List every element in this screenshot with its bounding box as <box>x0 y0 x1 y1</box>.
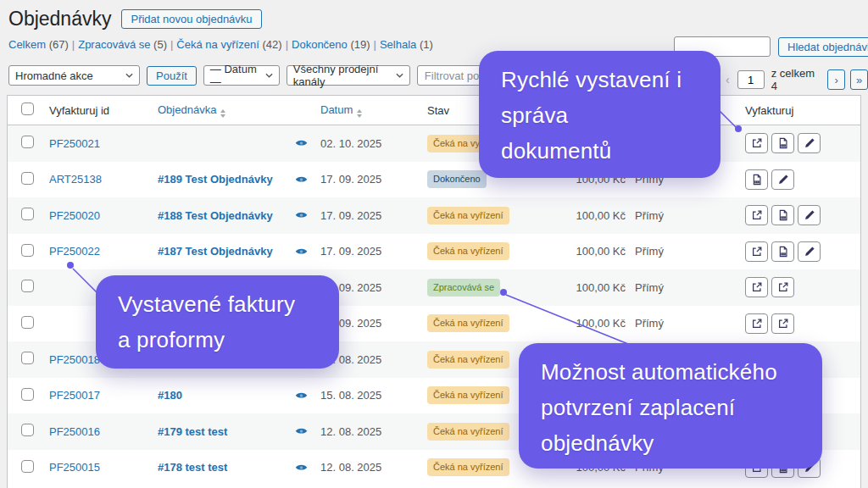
status-badge: Čeká na vyřízení <box>427 314 509 332</box>
invoice-id-link[interactable]: PF250018 <box>49 353 100 366</box>
status-filter-link[interactable]: Čeká na vyřízení (42) <box>176 38 281 51</box>
filter-separator: | <box>72 38 75 51</box>
filter-count: (5) <box>153 38 167 51</box>
pencil-icon <box>804 209 815 221</box>
status-filter-link[interactable]: Selhala (1) <box>380 38 433 51</box>
row-checkbox[interactable] <box>21 208 34 220</box>
external-icon <box>751 246 763 258</box>
page-title: Objednávky <box>8 8 111 31</box>
callout-text: objednávky <box>541 425 822 461</box>
preview-eye-icon[interactable] <box>295 463 308 472</box>
order-link[interactable]: #178 test test <box>158 461 227 474</box>
bulk-actions-label: Hromadné akce <box>15 69 93 82</box>
pencil-icon <box>804 137 815 149</box>
bulk-actions-select[interactable]: Hromadné akce <box>8 65 140 86</box>
order-origin: Přímý <box>626 281 723 294</box>
preview-eye-icon[interactable] <box>295 139 308 147</box>
apply-button[interactable]: Použít <box>147 66 197 86</box>
status-filter-link[interactable]: Dokončeno (19) <box>292 38 370 51</box>
status-filter-link[interactable]: Zpracovává se (5) <box>78 38 167 51</box>
row-checkbox[interactable] <box>21 244 34 257</box>
table-row: PF250020#188 Test Objednávky17. 09. 2025… <box>8 197 860 234</box>
pagination-total-label: z celkem 4 <box>771 67 821 92</box>
sales-channel-select[interactable]: Všechny prodejní kanály <box>287 65 410 86</box>
invoice-id-link[interactable]: PF250022 <box>49 245 100 258</box>
preview-eye-icon[interactable] <box>295 211 308 219</box>
pagination-next-button[interactable]: › <box>827 69 845 90</box>
order-link[interactable]: #187 Test Objednávky <box>158 245 273 258</box>
invoice-id-link[interactable]: PF250016 <box>49 425 100 438</box>
pagination-prev-button: ‹ <box>723 73 732 86</box>
external-action-button[interactable] <box>745 241 768 262</box>
status-badge: Dokončeno <box>427 170 487 188</box>
pagination-last-button[interactable]: » <box>850 69 868 90</box>
status-badge: Zpracovává se <box>427 279 500 297</box>
pencil-action-button[interactable] <box>771 169 794 190</box>
order-link[interactable]: #180 <box>158 389 182 402</box>
pencil-icon <box>777 174 789 186</box>
external-icon <box>751 281 763 293</box>
header-actions: Vyfakturuj <box>723 104 860 117</box>
order-link[interactable]: #189 Test Objednávky <box>158 173 273 186</box>
external-action-button[interactable] <box>745 313 768 334</box>
status-badge: Čeká na vyřízení <box>427 242 509 260</box>
pagination-page-input[interactable] <box>737 70 765 89</box>
external-action-button[interactable] <box>745 133 768 153</box>
row-checkbox[interactable] <box>21 172 34 185</box>
header-date-sort[interactable]: Datum <box>320 103 353 116</box>
row-checkbox[interactable] <box>21 316 34 329</box>
external-action-button[interactable] <box>771 313 794 334</box>
external-icon <box>777 281 789 293</box>
table-header-row: Vyfakturuj id Objednávka Datum Stav Vyfa… <box>8 96 860 125</box>
document-action-button[interactable] <box>771 241 794 262</box>
row-checkbox[interactable] <box>21 136 34 148</box>
document-action-button[interactable] <box>771 205 794 225</box>
filter-separator: | <box>374 38 376 51</box>
status-filter-link[interactable]: Celkem (67) <box>8 38 69 51</box>
filter-count: (1) <box>420 38 433 51</box>
filter-count: (42) <box>263 38 282 51</box>
invoice-id-link[interactable]: PF250017 <box>49 389 100 402</box>
order-total: 100,00 Kč <box>537 317 626 330</box>
header-order-sort[interactable]: Objednávka <box>158 103 216 116</box>
order-link[interactable]: #188 Test Objednávky <box>158 209 273 222</box>
search-button[interactable]: Hledat objednávky <box>778 37 868 57</box>
preview-eye-icon[interactable] <box>295 175 308 184</box>
callout-text: správa <box>501 97 721 133</box>
order-total: 100,00 Kč <box>537 245 626 258</box>
preview-eye-icon[interactable] <box>295 427 308 435</box>
row-checkbox[interactable] <box>21 424 34 436</box>
row-checkbox[interactable] <box>21 460 34 473</box>
date-filter-select[interactable]: — Datum — <box>203 65 280 86</box>
table-row: PF250022#187 Test Objednávky17. 09. 2025… <box>8 234 860 270</box>
document-action-button[interactable] <box>745 169 768 190</box>
order-origin: Přímý <box>626 245 723 258</box>
preview-eye-icon[interactable] <box>295 391 308 400</box>
invoice-id-link[interactable]: PF250020 <box>49 209 100 222</box>
external-action-button[interactable] <box>745 277 768 297</box>
add-order-button[interactable]: Přidat novou objednávku <box>121 9 261 29</box>
document-icon <box>777 209 789 221</box>
document-action-button[interactable] <box>771 133 794 153</box>
invoice-id-link[interactable]: PF250021 <box>49 137 100 150</box>
order-origin: Přímý <box>626 317 723 330</box>
order-link[interactable]: #179 test test <box>158 425 227 438</box>
invoice-id-link[interactable]: PF250015 <box>49 461 100 474</box>
status-filter-list: Celkem (67)|Zpracovává se (5)|Čeká na vy… <box>8 38 433 51</box>
date-filter-label: — Datum — <box>210 63 259 88</box>
external-action-button[interactable] <box>745 205 768 225</box>
row-checkbox[interactable] <box>21 352 34 364</box>
pencil-action-button[interactable] <box>798 241 821 262</box>
pencil-action-button[interactable] <box>798 205 821 225</box>
row-checkbox[interactable] <box>21 388 34 401</box>
external-action-button[interactable] <box>771 277 794 297</box>
row-checkbox[interactable] <box>21 280 34 292</box>
order-date: 15. 08. 2025 <box>314 389 420 402</box>
select-all-checkbox[interactable] <box>21 103 34 115</box>
invoice-id-link[interactable]: ART25138 <box>49 173 102 186</box>
order-date: 12. 08. 2025 <box>314 461 420 474</box>
preview-eye-icon[interactable] <box>295 247 308 256</box>
status-badge: Čeká na vyřízení <box>427 458 509 476</box>
pencil-icon <box>804 246 815 258</box>
pencil-action-button[interactable] <box>798 133 821 153</box>
